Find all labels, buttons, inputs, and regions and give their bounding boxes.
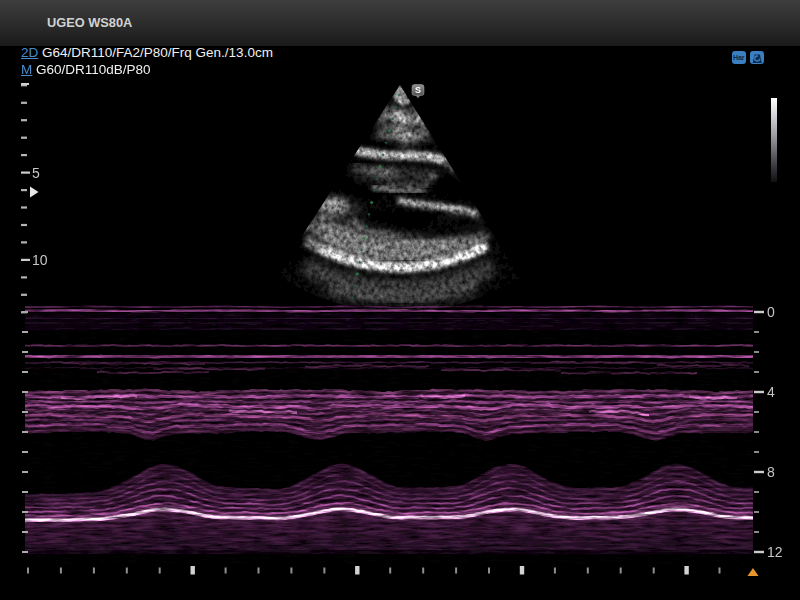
svg-text:5: 5 [32,165,40,181]
svg-text:8: 8 [767,464,775,480]
svg-text:0: 0 [767,304,775,320]
svg-text:12: 12 [767,544,783,560]
svg-text:10: 10 [32,252,48,268]
svg-text:4: 4 [767,384,775,400]
svg-text:S: S [415,85,421,95]
